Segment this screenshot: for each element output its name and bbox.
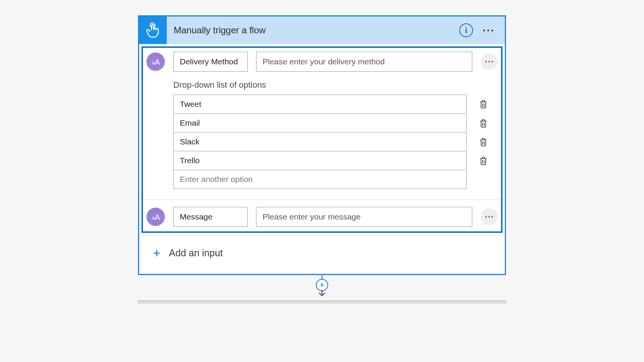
dropdown-option-value[interactable]: Tweet xyxy=(173,95,467,114)
dropdown-option-value[interactable]: Slack xyxy=(173,132,467,151)
trigger-header[interactable]: Manually trigger a flow i xyxy=(139,16,505,44)
trigger-card: Manually trigger a flow i AA Please ente… xyxy=(138,15,506,275)
dropdown-section-label: Drop-down list of options xyxy=(173,80,498,90)
dropdown-option-row: Email xyxy=(173,114,467,133)
delete-option-button[interactable] xyxy=(478,137,489,147)
dropdown-option-list: Tweet Email Slack xyxy=(173,95,467,189)
input-more-menu[interactable] xyxy=(481,208,498,225)
flow-connector: + xyxy=(138,275,506,298)
input-prompt-field[interactable]: Please enter your delivery method xyxy=(256,52,472,72)
trigger-title: Manually trigger a flow xyxy=(174,25,459,36)
input-divider xyxy=(143,200,501,200)
text-type-icon: AA xyxy=(146,52,165,71)
add-input-button[interactable]: + Add an input xyxy=(139,235,505,274)
dropdown-add-option-input[interactable] xyxy=(173,170,467,189)
manual-trigger-icon xyxy=(139,16,167,44)
arrow-down-icon xyxy=(318,290,326,298)
dropdown-option-row: Trello xyxy=(173,151,467,170)
dropdown-add-option-field[interactable] xyxy=(180,175,460,184)
dropdown-options-section: Drop-down list of options Tweet Email Sl… xyxy=(173,80,498,189)
inputs-highlight-box: AA Please enter your delivery method Dro… xyxy=(141,46,503,233)
dropdown-option-value[interactable]: Email xyxy=(173,113,467,133)
dropdown-option-row: Slack xyxy=(173,133,467,151)
add-step-button[interactable]: + xyxy=(316,279,328,291)
input-row-message: AA Please enter your message xyxy=(146,207,498,227)
dropdown-option-row: Tweet xyxy=(173,95,467,114)
delete-option-button[interactable] xyxy=(478,156,489,166)
delete-option-button[interactable] xyxy=(478,118,489,129)
input-name-field[interactable] xyxy=(173,207,248,227)
text-type-icon: AA xyxy=(146,208,165,226)
dropdown-option-row xyxy=(173,170,467,189)
input-prompt-field[interactable]: Please enter your message xyxy=(256,207,472,227)
add-input-label: Add an input xyxy=(169,247,223,259)
dropdown-option-value[interactable]: Trello xyxy=(173,151,467,170)
plus-icon: + xyxy=(153,246,161,259)
input-row-delivery-method: AA Please enter your delivery method xyxy=(146,52,498,72)
trigger-more-menu[interactable] xyxy=(481,26,495,34)
next-card-peek xyxy=(138,300,506,304)
info-icon[interactable]: i xyxy=(459,23,473,37)
input-more-menu[interactable] xyxy=(481,53,498,70)
delete-option-button[interactable] xyxy=(478,99,489,110)
connector-line xyxy=(322,275,322,279)
input-name-field[interactable] xyxy=(173,52,248,72)
